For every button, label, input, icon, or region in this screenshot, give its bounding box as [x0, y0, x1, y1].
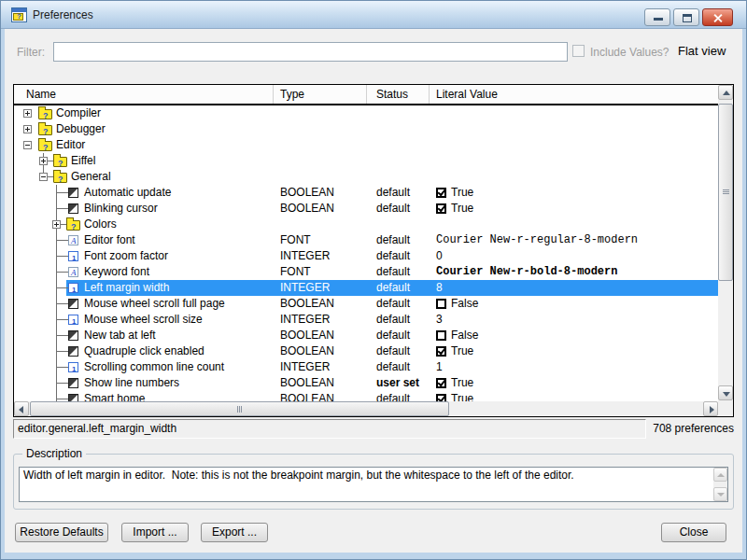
row-label: New tab at left	[84, 328, 156, 343]
tree-row-compiler[interactable]: Compiler	[14, 105, 718, 121]
tree-row-smart-home[interactable]: Smart homeBOOLEANdefaultTrue	[14, 391, 718, 401]
name-cell: General	[14, 169, 274, 185]
tree-row-mouse-wheel-scroll-size[interactable]: Mouse wheel scroll sizeINTEGERdefault3	[14, 312, 718, 328]
expand-icon[interactable]	[39, 157, 48, 165]
checkbox-checked-icon[interactable]	[436, 378, 446, 388]
close-button[interactable]: Close	[661, 523, 726, 542]
tree-row-editor-font[interactable]: Editor fontFONTdefaultCourier New-r-regu…	[14, 232, 718, 248]
tree-branch-line	[57, 319, 68, 320]
scroll-right-button[interactable]	[703, 401, 718, 416]
boolean-pref-icon	[68, 346, 78, 357]
scroll-left-button[interactable]	[14, 401, 29, 416]
value-cell	[430, 105, 718, 121]
type-cell: BOOLEAN	[274, 328, 367, 343]
value-cell: True	[430, 343, 718, 359]
collapse-icon[interactable]	[39, 173, 48, 181]
indent-spacer	[32, 129, 38, 130]
checkbox-checked-icon[interactable]	[436, 188, 446, 198]
export-button[interactable]: Export ...	[201, 523, 268, 542]
scroll-down-button[interactable]	[718, 385, 733, 400]
row-label: Smart home	[84, 391, 145, 401]
title-bar[interactable]: Preferences	[1, 1, 746, 29]
collapse-icon[interactable]	[23, 141, 32, 149]
indent-spacer	[14, 272, 57, 273]
tree-row-debugger[interactable]: Debugger	[14, 121, 718, 137]
status-cell: user set	[367, 375, 430, 391]
name-cell: Debugger	[14, 121, 274, 137]
name-cell: New tab at left	[14, 328, 274, 343]
value-cell: True	[430, 375, 718, 391]
name-cell: Colors	[14, 217, 274, 232]
tree-row-automatic-update[interactable]: Automatic updateBOOLEANdefaultTrue	[14, 185, 718, 201]
tree-row-new-tab-at-left[interactable]: New tab at leftBOOLEANdefaultFalse	[14, 328, 718, 343]
tree-branch-line	[57, 256, 68, 257]
value-text: 8	[436, 280, 443, 296]
vertical-scroll-thumb[interactable]	[718, 104, 733, 281]
import-button[interactable]: Import ...	[121, 523, 189, 542]
checkbox-checked-icon[interactable]	[436, 394, 446, 401]
tree-branch-line	[57, 303, 68, 304]
arrow-left-icon	[19, 406, 23, 413]
value-text: True	[451, 201, 473, 217]
tree-row-scrolling-common-line-count[interactable]: Scrolling common line countINTEGERdefaul…	[14, 359, 718, 375]
filter-input[interactable]	[53, 42, 568, 62]
row-label: Keyword font	[84, 264, 149, 280]
column-header-literal-value[interactable]: Literal Value	[430, 85, 718, 104]
checkbox-checked-icon[interactable]	[436, 203, 446, 214]
tree-row-font-zoom-factor[interactable]: Font zoom factorINTEGERdefault0	[14, 248, 718, 264]
value-cell: True	[430, 201, 718, 217]
arrow-down-icon	[717, 493, 725, 497]
tree-row-editor[interactable]: Editor	[14, 137, 718, 153]
close-window-button[interactable]	[702, 8, 733, 26]
type-cell: INTEGER	[274, 359, 367, 375]
maximize-button[interactable]	[673, 8, 699, 26]
flat-view-button[interactable]: Flat view	[678, 44, 726, 58]
description-text[interactable]: Width of left margin in editor. Note: th…	[19, 467, 728, 502]
tree-row-colors[interactable]: Colors	[14, 217, 718, 232]
tree-row-eiffel[interactable]: Eiffel	[14, 153, 718, 169]
tree-row-mouse-wheel-scroll-full-page[interactable]: Mouse wheel scroll full pageBOOLEANdefau…	[14, 296, 718, 312]
tree-row-blinking-cursor[interactable]: Blinking cursorBOOLEANdefaultTrue	[14, 201, 718, 217]
column-header-name[interactable]: Name	[14, 85, 274, 104]
folder-icon	[38, 109, 52, 119]
integer-pref-icon	[68, 283, 78, 293]
status-cell	[367, 137, 430, 153]
checkbox-unchecked-icon[interactable]	[436, 299, 446, 309]
column-header-status[interactable]: Status	[367, 85, 430, 104]
value-text: 0	[436, 248, 443, 264]
status-cell: default	[367, 185, 430, 201]
scroll-up-button[interactable]	[718, 85, 733, 100]
minimize-button[interactable]	[644, 8, 670, 26]
tree-row-general[interactable]: General	[14, 169, 718, 185]
vertical-scrollbar[interactable]	[718, 85, 733, 400]
indent-spacer	[14, 192, 57, 193]
tree-row-left-margin-width[interactable]: Left margin widthINTEGERdefault8	[14, 280, 718, 296]
expand-icon[interactable]	[23, 109, 32, 118]
checkbox-unchecked-icon[interactable]	[436, 330, 446, 341]
tree-row-keyword-font[interactable]: Keyword fontFONTdefaultCourier New-r-bol…	[14, 264, 718, 280]
column-header-type[interactable]: Type	[274, 85, 367, 104]
expand-icon[interactable]	[23, 125, 32, 133]
name-cell: Smart home	[14, 391, 274, 401]
horizontal-scrollbar[interactable]	[14, 401, 718, 416]
type-cell: BOOLEAN	[274, 391, 367, 401]
restore-defaults-button[interactable]: Restore Defaults	[15, 523, 108, 542]
value-cell: Courier New-r-bold-8-modern	[430, 264, 718, 280]
indent-spacer	[14, 208, 57, 209]
value-text: False	[451, 328, 478, 343]
horizontal-scroll-thumb[interactable]	[30, 401, 449, 416]
tree-row-show-line-numbers[interactable]: Show line numbersBOOLEANuser setTrue	[14, 375, 718, 391]
value-cell: True	[430, 185, 718, 201]
value-text: 3	[436, 312, 443, 328]
value-text: True	[451, 391, 473, 401]
checkbox-checked-icon[interactable]	[436, 346, 446, 357]
indent-spacer	[14, 367, 57, 368]
boolean-pref-icon	[68, 394, 78, 401]
status-cell	[367, 217, 430, 232]
type-cell: FONT	[274, 264, 367, 280]
thumb-grip-icon	[237, 406, 238, 413]
boolean-pref-icon	[68, 203, 78, 214]
include-values-checkbox[interactable]	[572, 45, 585, 57]
tree-row-quadruple-click-enabled[interactable]: Quadruple click enabledBOOLEANdefaultTru…	[14, 343, 718, 359]
expand-icon[interactable]	[52, 220, 61, 229]
